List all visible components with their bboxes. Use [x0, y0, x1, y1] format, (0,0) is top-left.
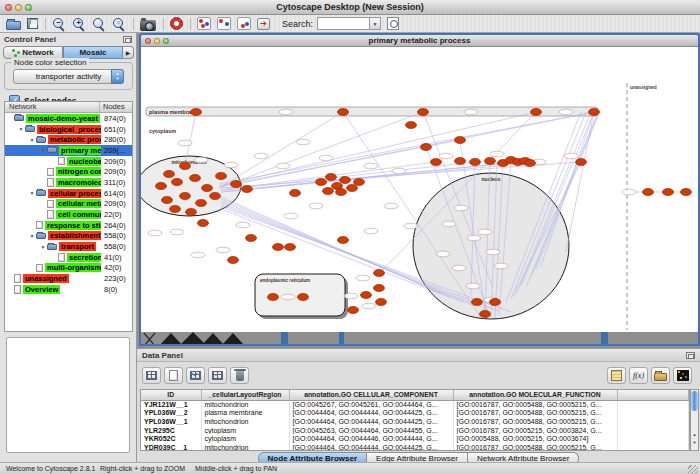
- table-cell[interactable]: [GO:0044464, GO:0044444, GO:0044425, G..…: [289, 417, 453, 426]
- expander-icon[interactable]: ▼: [39, 244, 47, 250]
- expander-icon[interactable]: ▼: [39, 147, 47, 153]
- table-cell[interactable]: plasma membrane: [201, 409, 289, 418]
- table-cell[interactable]: cytoplasm: [201, 426, 289, 435]
- table-column-header[interactable]: ID: [141, 390, 201, 400]
- table-row[interactable]: YPL036W__2plasma membrane[GO:0044464, GO…: [141, 409, 689, 418]
- table-scrollbar[interactable]: ▲ ▼: [690, 389, 699, 451]
- table-cell[interactable]: [GO:0005488, GO:0005215, GO:0003674]: [453, 434, 617, 443]
- zoom-button[interactable]: [25, 4, 32, 11]
- network-node[interactable]: [191, 108, 202, 115]
- network-node[interactable]: [196, 199, 207, 206]
- tree-row[interactable]: multi-organism pro42(0): [5, 263, 132, 274]
- tree-row[interactable]: ▼metabolic process280(0): [5, 134, 132, 145]
- scrollbar-thumb[interactable]: [691, 391, 698, 411]
- tree-row[interactable]: ▼biological_process651(0): [5, 124, 132, 135]
- table-cell[interactable]: [GO:0044464, GO:0044446, GO:0044444, G..…: [289, 434, 453, 443]
- network-node[interactable]: [290, 189, 301, 196]
- import-attribute-table-icon[interactable]: [607, 367, 626, 384]
- birdseye-view-panel[interactable]: [6, 337, 130, 453]
- help-lifering-icon[interactable]: [170, 17, 183, 30]
- network-node[interactable]: [336, 188, 347, 195]
- tree-row[interactable]: ▼establishment of lo558(0): [5, 231, 132, 242]
- minimize-button[interactable]: [15, 4, 22, 11]
- network-node[interactable]: [190, 174, 201, 181]
- float-panel-icon[interactable]: [123, 36, 132, 43]
- open-session-icon[interactable]: [6, 21, 21, 30]
- formula-builder-icon[interactable]: f(x): [629, 367, 648, 384]
- network-node[interactable]: [681, 188, 692, 195]
- network-node[interactable]: [338, 108, 349, 115]
- network-node[interactable]: [354, 178, 365, 185]
- table-cell[interactable]: [GO:0016787, GO:0005488, GO:0005215, G..…: [453, 417, 617, 426]
- table-row[interactable]: YPL036W__1mitochondrion[GO:0044464, GO:0…: [141, 417, 689, 426]
- network-node[interactable]: [348, 306, 359, 313]
- table-cell[interactable]: YLR295C: [141, 426, 201, 435]
- table-cell[interactable]: [GO:0045263, GO:0044464, GO:0044455, G..…: [289, 426, 453, 435]
- table-cell[interactable]: mitochondrion: [201, 417, 289, 426]
- table-cell[interactable]: [GO:0045267, GO:0045261, GO:0044464, G..…: [289, 400, 453, 409]
- table-cell[interactable]: [GO:0016787, GO:0005488, GO:0005215, G..…: [453, 409, 617, 418]
- table-row[interactable]: YKR052Ccytoplasm[GO:0044464, GO:0044446,…: [141, 434, 689, 443]
- tree-column-nodes[interactable]: Nodes: [100, 102, 132, 112]
- network-node[interactable]: [268, 293, 279, 300]
- network-node[interactable]: [480, 310, 491, 317]
- expander-icon[interactable]: ▼: [28, 190, 36, 196]
- expander-icon[interactable]: ▼: [17, 126, 25, 132]
- unselect-attributes-icon[interactable]: [208, 367, 227, 384]
- table-cell[interactable]: mitochondrion: [201, 400, 289, 409]
- scroll-down-arrow[interactable]: ▼: [691, 440, 698, 445]
- destroy-network-view-icon[interactable]: [237, 17, 251, 30]
- network-node[interactable]: [316, 178, 327, 185]
- network-node[interactable]: [663, 188, 674, 195]
- network-node[interactable]: [470, 158, 481, 165]
- network-node[interactable]: [326, 173, 337, 180]
- network-node[interactable]: [531, 108, 542, 115]
- network-node[interactable]: [406, 121, 417, 128]
- network-canvas[interactable]: plasma membranecytoplasmmitochondrionnuc…: [141, 47, 698, 346]
- table-column-header[interactable]: annotation.GO MOLECULAR_FUNCTION: [453, 390, 617, 400]
- tree-row[interactable]: cell communicat22(0): [5, 209, 132, 220]
- table-cell[interactable]: YDR039C__1: [141, 443, 201, 451]
- tree-row[interactable]: cellular metabol209(0): [5, 199, 132, 210]
- tree-row[interactable]: unassigned223(0): [5, 273, 132, 284]
- table-cell[interactable]: [GO:0016787, GO:0005215, GO:0003824, G..…: [453, 426, 617, 435]
- attribute-table[interactable]: ID_cellularLayoutRegionannotation.GO CEL…: [140, 389, 690, 451]
- search-input[interactable]: [317, 17, 369, 30]
- table-column-header[interactable]: _cellularLayoutRegion: [201, 390, 289, 400]
- network-node[interactable]: [164, 170, 175, 177]
- view-close-button[interactable]: [145, 38, 151, 44]
- network-node[interactable]: [202, 184, 213, 191]
- load-attributes-folder-icon[interactable]: [651, 367, 670, 384]
- close-button[interactable]: [5, 4, 12, 11]
- network-node[interactable]: [643, 188, 654, 195]
- table-cell[interactable]: YPL036W__1: [141, 417, 201, 426]
- attribute-wizard-icon[interactable]: [257, 18, 270, 30]
- snapshot-camera-icon[interactable]: [140, 20, 156, 31]
- tab-overflow-arrow[interactable]: ▶: [123, 46, 134, 59]
- attribute-matrix-icon[interactable]: [673, 367, 692, 384]
- network-node[interactable]: [455, 157, 466, 164]
- tree-row[interactable]: nitrogen compo209(0): [5, 166, 132, 177]
- network-view-titlebar[interactable]: primary metabolic process: [141, 35, 698, 47]
- network-node[interactable]: [490, 298, 501, 305]
- zoom-in-icon[interactable]: +: [72, 17, 86, 31]
- network-node[interactable]: [374, 269, 385, 276]
- tree-row[interactable]: ▼cellular process614(0): [5, 188, 132, 199]
- table-cell[interactable]: YPL036W__2: [141, 409, 201, 418]
- search-dropdown-arrow[interactable]: ▼: [369, 17, 381, 30]
- attribute-table-icon[interactable]: [142, 367, 161, 384]
- node-color-dropdown[interactable]: transporter activity ▲▼: [13, 69, 124, 84]
- tree-row[interactable]: ▼primary metabo209(...: [5, 145, 132, 156]
- network-node[interactable]: [418, 108, 429, 115]
- table-cell[interactable]: [GO:0016787, GO:0005488, GO:0005215, G..…: [453, 400, 617, 409]
- network-node[interactable]: [298, 293, 309, 300]
- network-node[interactable]: [376, 298, 387, 305]
- tree-header[interactable]: Network Nodes: [5, 102, 132, 113]
- network-node[interactable]: [323, 187, 334, 194]
- table-cell[interactable]: mitochondrion: [201, 443, 289, 451]
- table-column-header[interactable]: annotation.GO CELLULAR_COMPONENT: [289, 390, 453, 400]
- tree-row[interactable]: response to stimulu264(0): [5, 220, 132, 231]
- network-node[interactable]: [156, 182, 167, 189]
- network-node[interactable]: [576, 158, 587, 165]
- float-data-panel-icon[interactable]: [686, 352, 695, 359]
